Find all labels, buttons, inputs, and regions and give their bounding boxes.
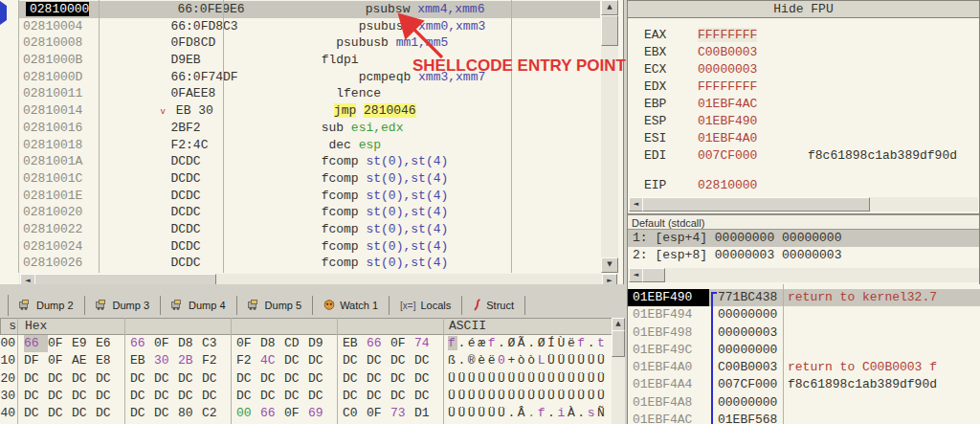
scroll-thumb[interactable] [642, 268, 665, 282]
argument-row[interactable]: 2: [esp+8] 00000003 00000003 [628, 247, 979, 264]
disasm-row[interactable]: 028100162BF2sub esi,edx [0, 120, 600, 137]
tab-watch-1[interactable]: Watch 1 [313, 295, 389, 316]
tab-dump-2[interactable]: Dump 2 [9, 295, 84, 316]
hex-byte: DC [130, 405, 154, 422]
register-row[interactable]: EDI007CF000f8c61898c1ab389df90d [628, 147, 980, 165]
disasm-row[interactable]: 028100110FAEE8lfence [0, 85, 600, 102]
hex-byte: 80 [178, 405, 202, 422]
hex-byte: DC [367, 370, 390, 388]
ascii-char: Ü [588, 371, 597, 386]
scroll-thumb[interactable] [612, 330, 625, 357]
stack-row[interactable]: 01EBF4A4007CF000f8c61898c1ab389df90d [628, 376, 980, 393]
dump-vscrollbar[interactable]: ▲ [612, 318, 625, 424]
register-value[interactable]: 00000003 [698, 62, 757, 77]
mnemonic: psubsw [366, 2, 411, 16]
ascii-char: . [547, 406, 557, 420]
disasm-row[interactable]: 02810026DCDCfcomp st(0),st(4) [0, 255, 600, 272]
register-value[interactable]: 01EBF4A0 [698, 131, 757, 145]
watch-icon [323, 300, 335, 312]
hex-dump-row[interactable]: 20DCDCDCDCDCDCDCDCDCDCDCDCDCDCDCDCÜÜÜÜÜÜ… [0, 370, 612, 388]
register-value[interactable]: FFFFFFFF [698, 79, 757, 94]
disasm-row[interactable]: 0281001ADCDCfcomp st(0),st(4) [0, 153, 600, 170]
scroll-thumb[interactable] [642, 197, 870, 212]
tab-struct[interactable]: Struct [462, 295, 524, 316]
ascii-char: ò [518, 353, 527, 368]
register-value[interactable]: 01EBF490 [698, 114, 757, 128]
byte-group: EB302BF2 [130, 352, 226, 369]
column-divider [783, 284, 784, 424]
disasm-row[interactable]: 02810024DCDCfcomp st(0),st(4) [0, 238, 600, 256]
tab-locals[interactable]: [x=]Locals [390, 295, 461, 316]
scroll-up-button[interactable]: ▲ [612, 318, 625, 331]
register-row[interactable]: EBP01EBF4AC [628, 96, 980, 113]
register-value[interactable]: C00B0003 [698, 45, 757, 59]
scroll-left-button[interactable]: ◄ [629, 268, 643, 282]
instruction-text: fcomp st(0),st(4) [322, 205, 449, 219]
register-value[interactable]: 02810000 [698, 178, 757, 192]
hex-byte: DC [96, 405, 120, 422]
dump-icon [248, 300, 260, 312]
register-row[interactable]: ESI01EBF4A0 [628, 130, 980, 147]
register-row[interactable]: EIP02810000 [628, 177, 980, 194]
scroll-thumb[interactable] [601, 15, 618, 46]
dump-tab-bar: Dump 2Dump 3Dump 4Dump 5Watch 1[x=]Local… [0, 289, 525, 316]
tab-label: Dump 2 [36, 300, 74, 311]
hex-byte: DC [236, 388, 260, 405]
disasm-row[interactable]: 0281000466:0FD8C3psubusb xmm0,xmm3 [0, 18, 600, 35]
scroll-left-button[interactable]: ◄ [629, 197, 643, 212]
argument-row[interactable]: 1: [esp+4] 00000000 00000000 [628, 230, 979, 247]
tab-dump-5[interactable]: Dump 5 [237, 295, 313, 316]
disasm-row[interactable]: 02810022DCDCfcomp st(0),st(4) [0, 221, 600, 238]
register-value[interactable]: 007CF000 [698, 148, 757, 163]
mnemonic: psubusb [359, 19, 412, 33]
ascii-char: Ü [577, 371, 587, 386]
tab-dump-4[interactable]: Dump 4 [161, 295, 236, 316]
disasm-row[interactable]: 02810018F2:4Cdec esp [0, 137, 600, 154]
arguments-hscrollbar[interactable]: ◄ [628, 268, 979, 282]
column-divider [231, 318, 232, 424]
calling-convention-select[interactable]: Default (stdcall) [628, 214, 979, 230]
stack-row[interactable]: 01EBF4A800000000 [628, 394, 980, 412]
stack-row[interactable]: 01EBF4A0C00B0003return to C00B0003 f [628, 359, 980, 376]
register-row[interactable]: EBXC00B0003 [628, 44, 980, 61]
tab-dump-3[interactable]: Dump 3 [85, 295, 161, 316]
register-row[interactable]: ESP01EBF490 [628, 113, 980, 130]
hex-byte: DC [390, 370, 414, 388]
stack-row[interactable]: 01EBF49800000003 [628, 324, 980, 342]
instruction-bytes: 66:0FE9E6 [177, 2, 244, 16]
stack-row[interactable]: 01EBF490771BC438return to kernel32.7 [628, 289, 980, 306]
tab-label: Watch 1 [340, 300, 378, 311]
stack-row[interactable]: 01EBF49C00000000 [628, 342, 980, 359]
disasm-row[interactable]: 0281000066:0FE9E6psubsw xmm4,xmm6 [0, 1, 600, 18]
register-value[interactable]: 01EBF4AC [698, 97, 757, 111]
hex-byte: EB [343, 335, 367, 352]
hex-dump-row[interactable]: 10DF0FAEE8EB302BF2F24CDCDCDCDCDCDCß.®èë0… [0, 352, 612, 369]
hex-byte: DC [178, 370, 202, 388]
register-row[interactable]: ECX00000003 [628, 61, 980, 78]
register-row[interactable]: EDXFFFFFFFF [628, 78, 980, 96]
stack-value: 00000000 [718, 306, 777, 324]
disasm-row[interactable]: 02810014vEB 30jmp 2810046 [0, 102, 600, 120]
disasm-row[interactable]: 0281001CDCDCfcomp st(0),st(4) [0, 170, 600, 188]
hex-dump-row[interactable]: 30DCDCDCDCDCDCDCDCDCDCDCDCDCDCDCDCÜÜÜÜÜÜ… [0, 388, 612, 405]
scroll-up-button[interactable]: ▲ [601, 0, 618, 15]
disasm-row[interactable]: 028100080FD8CDpsubusb mm1,mm5 [0, 34, 600, 52]
register-value[interactable]: FFFFFFFF [698, 28, 757, 42]
ascii-char: Ü [588, 353, 597, 368]
hex-dump-row[interactable]: 40DCDCDCDCDCDC80C200660F69C00F73D1ÜÜÜÜÜÜ… [0, 405, 612, 422]
mnemonic: fcomp [322, 222, 359, 236]
register-row[interactable]: EAXFFFFFFFF [628, 27, 980, 44]
registers-hscrollbar[interactable]: ◄ [629, 197, 978, 212]
stack-row[interactable]: 01EBF4AC01EBF568 [628, 412, 980, 424]
stack-row[interactable]: 01EBF49400000000 [628, 306, 980, 324]
disasm-row[interactable]: 0281001EDCDCfcomp st(0),st(4) [0, 188, 600, 205]
disasm-vscrollbar[interactable]: ▲ ▼ [601, 0, 618, 273]
scroll-down-button[interactable]: ▼ [601, 257, 618, 273]
dump-address: 10 [0, 352, 15, 369]
disasm-row[interactable]: 02810020DCDCfcomp st(0),st(4) [0, 204, 600, 221]
stack-comment: f8c61898c1ab389df90d [788, 376, 937, 393]
hide-fpu-button[interactable]: Hide FPU [628, 1, 979, 18]
instruction-bytes: 66:0F74DF [170, 70, 237, 84]
instruction-bytes: 2BF2 [170, 121, 200, 135]
hex-dump-row[interactable]: 00660FE9E6660FD8C30FD8CDD9EB660F74f.éæf.… [0, 335, 612, 352]
